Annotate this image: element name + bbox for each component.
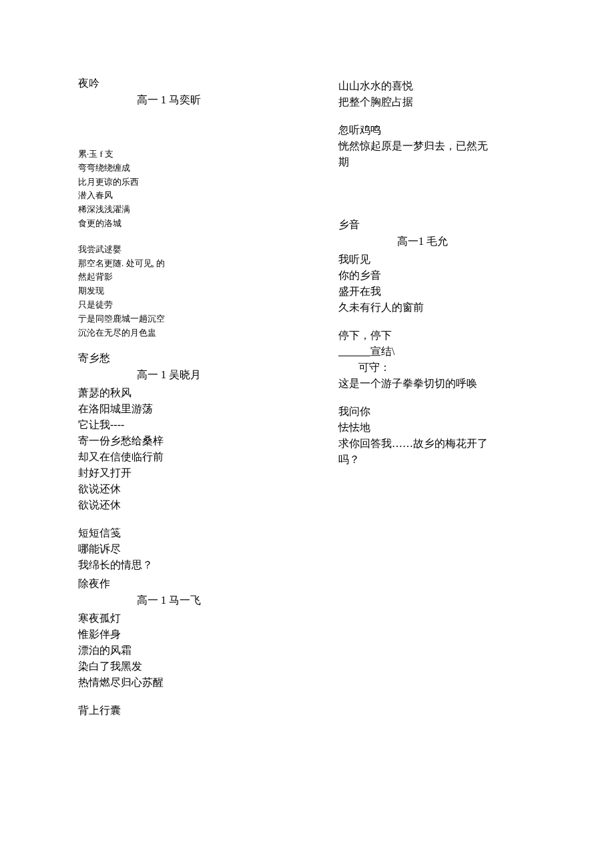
poem1-s1-l2: 弯弯绕绕缠成	[78, 161, 292, 175]
poem4-s3-l3: 求你回答我……故乡的梅花开了	[338, 436, 552, 452]
poem1-s2-l5: 只是徒劳	[78, 298, 292, 312]
poem3-stanza1: 寒夜孤灯 惟影伴身 漂泊的风霜 染白了我黑发 热情燃尽归心苏醒	[78, 610, 292, 691]
poem1-stanza2: 我尝武逑婴 那空名更随. 处可见, 的 然起背影 期发现 只是徒劳 亍是同箜鹿城…	[78, 243, 292, 340]
right-top-s1-l2: 把整个胸腔占据	[338, 94, 552, 110]
poem1-s1-l1: 累·玉 f 支	[78, 147, 292, 161]
poem2-s1-l1: 萧瑟的秋风	[78, 385, 292, 401]
poem1-s1-l6: 食更的洛城	[78, 217, 292, 231]
poem1-s2-l6: 亍是同箜鹿城一趟沉空	[78, 312, 292, 326]
poem1-s2-l4: 期发现	[78, 284, 292, 298]
poem2-s1-l2: 在洛阳城里游荡	[78, 401, 292, 417]
poem1-s2-l7: 沉沦在无尽的月色盅	[78, 326, 292, 340]
poem2-stanza2: 短短信笺 哪能诉尽 我绵长的情思？	[78, 525, 292, 573]
poem1-title: 夜吟	[78, 77, 292, 91]
poem1-s2-l3: 然起背影	[78, 270, 292, 284]
poem1-author: 高一 1 马奕昕	[137, 93, 292, 107]
poem4-stanza3: 我问你 怯怯地 求你回答我……故乡的梅花开了 吗？	[338, 404, 552, 468]
poem4-s1-l2: 你的乡音	[338, 268, 552, 284]
poem4-s2-l4: 这是一个游子拳拳切切的呼唤	[338, 376, 552, 392]
poem1-s2-l1: 我尝武逑婴	[78, 243, 292, 257]
poem3-s1-l5: 热情燃尽归心苏醒	[78, 675, 292, 691]
poem4-s3-l2: 怯怯地	[338, 420, 552, 436]
poem2-author: 高一 1 吴晓月	[137, 368, 292, 382]
poem2-s1-l5: 却又在信使临行前	[78, 449, 292, 465]
right-top-s1-l1: 山山水水的喜悦	[338, 78, 552, 94]
right-top-s2-l3: 期	[338, 154, 552, 170]
poem2-s1-l6: 封好又打开	[78, 465, 292, 481]
poem1-s1-l3: 比月更谅的乐西	[78, 175, 292, 189]
poem2-s1-l4: 寄一份乡愁给桑梓	[78, 433, 292, 449]
poem3-s1-l3: 漂泊的风霜	[78, 642, 292, 659]
poem3-s1-l4: 染白了我黑发	[78, 659, 292, 675]
poem4-title: 乡音	[338, 218, 552, 232]
poem4-s2-l2-tail: 宣结\	[370, 346, 394, 357]
poem4-s1-l4: 久未有行人的窗前	[338, 300, 552, 316]
right-top-stanza1: 山山水水的喜悦 把整个胸腔占据	[338, 78, 552, 110]
poem2-stanza1: 萧瑟的秋风 在洛阳城里游荡 它让我---- 寄一份乡愁给桑梓 却又在信使临行前 …	[78, 385, 292, 513]
two-column-layout: 夜吟 高一 1 马奕昕 累·玉 f 支 弯弯绕绕缠成 比月更谅的乐西 潜入春风 …	[78, 77, 561, 731]
poem2-s1-l8: 欲说还休	[78, 497, 292, 513]
poem3-s1-l1: 寒夜孤灯	[78, 610, 292, 626]
right-top-stanza2: 忽听鸡鸣 恍然惊起原是一梦归去，已然无 期	[338, 122, 552, 170]
poem4-stanza2: 停下，停下 宣结\ 可守： 这是一个游子拳拳切切的呼唤	[338, 328, 552, 392]
poem1-s1-l5: 稀深浅浅濯满	[78, 203, 292, 217]
poem2-s1-l3: 它让我----	[78, 417, 292, 433]
poem3-author: 高一 1 马一飞	[137, 594, 292, 608]
poem4-s1-l1: 我听见	[338, 252, 552, 268]
poem4-s2-l2-underline	[338, 346, 370, 357]
left-column: 夜吟 高一 1 马奕昕 累·玉 f 支 弯弯绕绕缠成 比月更谅的乐西 潜入春风 …	[78, 77, 292, 731]
poem2-title: 寄乡愁	[78, 352, 292, 366]
poem2-s2-l1: 短短信笺	[78, 525, 292, 541]
right-top-s2-l1: 忽听鸡鸣	[338, 122, 552, 138]
poem4-author: 高一1 毛允	[397, 235, 552, 249]
right-top-s2-l2: 恍然惊起原是一梦归去，已然无	[338, 138, 552, 154]
poem1-stanza1: 累·玉 f 支 弯弯绕绕缠成 比月更谅的乐西 潜入春风 稀深浅浅濯满 食更的洛城	[78, 147, 292, 231]
poem1-s1-l4: 潜入春风	[78, 189, 292, 203]
poem4-s3-l1: 我问你	[338, 404, 552, 420]
poem2-s1-l7: 欲说还休	[78, 481, 292, 497]
poem3-s2-l1: 背上行囊	[78, 703, 292, 719]
poem2-s2-l2: 哪能诉尽	[78, 541, 292, 557]
poem4-s2-l3: 可守：	[358, 360, 552, 376]
right-column: 山山水水的喜悦 把整个胸腔占据 忽听鸡鸣 恍然惊起原是一梦归去，已然无 期 乡音…	[338, 77, 552, 731]
poem4-s2-l1: 停下，停下	[338, 328, 552, 344]
poem1-s2-l2: 那空名更随. 处可见, 的	[78, 257, 292, 271]
poem3-title: 除夜作	[78, 577, 292, 591]
poem4-s3-l4: 吗？	[338, 452, 552, 468]
poem2-s2-l3: 我绵长的情思？	[78, 557, 292, 573]
poem4-stanza1: 我听见 你的乡音 盛开在我 久未有行人的窗前	[338, 252, 552, 316]
poem4-s2-l2: 宣结\	[338, 344, 552, 360]
poem3-s1-l2: 惟影伴身	[78, 626, 292, 642]
poem3-stanza2: 背上行囊	[78, 703, 292, 719]
poem4-s1-l3: 盛开在我	[338, 284, 552, 300]
poem4-block: 乡音 高一1 毛允 我听见 你的乡音 盛开在我 久未有行人的窗前 停下，停下 宣…	[338, 218, 552, 468]
